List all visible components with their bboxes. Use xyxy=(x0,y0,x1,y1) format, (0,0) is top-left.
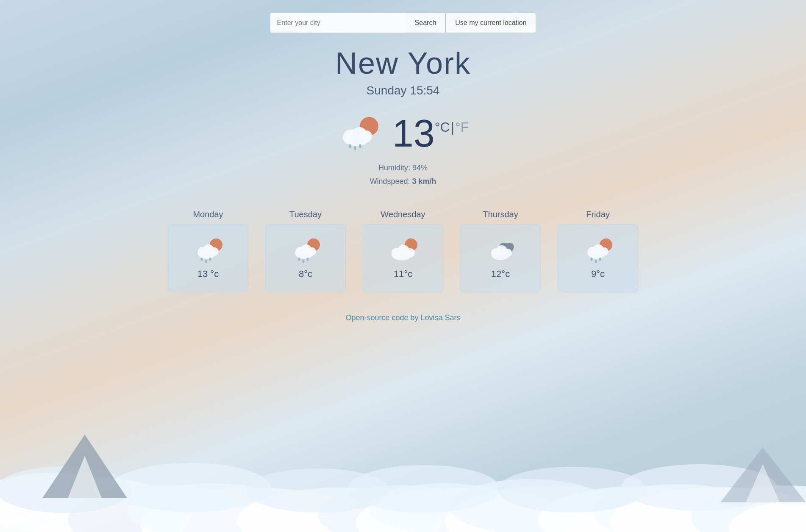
svg-marker-22 xyxy=(42,435,127,498)
svg-point-9 xyxy=(445,486,657,532)
svg-point-33 xyxy=(359,144,361,148)
svg-point-41 xyxy=(209,258,211,261)
svg-point-61 xyxy=(503,249,512,257)
forecast-day-name: Thursday xyxy=(483,210,518,219)
svg-point-16 xyxy=(0,466,131,513)
svg-point-0 xyxy=(0,477,191,532)
svg-point-30 xyxy=(360,130,372,142)
windspeed-value: 3 km/h xyxy=(412,177,436,186)
svg-point-21 xyxy=(621,464,778,511)
svg-point-32 xyxy=(354,146,356,150)
city-datetime: Sunday 15:54 xyxy=(367,84,440,97)
footer-text: Open-source code by Lovisa Sars xyxy=(345,313,460,322)
footer: Open-source code by Lovisa Sars xyxy=(345,313,460,322)
forecast-card: 8°c xyxy=(265,224,346,292)
svg-point-12 xyxy=(593,484,763,532)
forecast-weather-icon xyxy=(583,237,613,263)
unit-celsius[interactable]: °C xyxy=(435,119,450,135)
forecast-weather-icon xyxy=(193,237,223,263)
weather-details: Humidity: 94% Windspeed: 3 km/h xyxy=(370,161,436,188)
forecast-day-wednesday: Wednesday 11°c xyxy=(354,210,452,292)
svg-point-2 xyxy=(68,485,254,532)
forecast-day-friday: Friday 9°c xyxy=(549,210,647,292)
svg-point-38 xyxy=(210,247,219,256)
clouds-background xyxy=(0,371,806,532)
humidity-value: 94% xyxy=(412,163,428,172)
forecast-day-name: Tuesday xyxy=(289,210,322,219)
svg-point-31 xyxy=(349,144,351,148)
forecast-temperature: 9°c xyxy=(591,269,605,280)
svg-point-69 xyxy=(599,258,601,261)
temperature-value: 13 xyxy=(392,114,435,152)
search-bar: Search Use my current location xyxy=(270,13,536,33)
forecast-day-monday: Monday 13 °c xyxy=(159,210,257,292)
forecast-temperature: 11°c xyxy=(394,269,412,280)
forecast-card: 11°c xyxy=(363,224,443,292)
forecast-weather-icon xyxy=(486,237,515,263)
forecast-section: Monday 13 °c Tuesday xyxy=(159,210,647,292)
svg-marker-25 xyxy=(746,464,780,502)
search-button[interactable]: Search xyxy=(406,13,446,33)
svg-point-47 xyxy=(298,258,300,261)
svg-point-11 xyxy=(538,486,733,532)
current-weather-icon xyxy=(337,114,380,152)
forecast-weather-icon xyxy=(291,237,320,263)
svg-point-10 xyxy=(449,479,610,532)
forecast-card: 13 °c xyxy=(168,224,248,292)
forecast-day-thursday: Thursday 12°c xyxy=(452,210,549,292)
city-name: New York xyxy=(335,46,471,80)
humidity-row: Humidity: 94% xyxy=(370,161,436,175)
location-button[interactable]: Use my current location xyxy=(445,13,536,33)
svg-point-3 xyxy=(140,488,369,532)
windspeed-label: Windspeed: xyxy=(370,177,410,186)
footer-author: by Lovisa Sars xyxy=(411,313,461,322)
svg-point-4 xyxy=(127,483,297,532)
svg-point-15 xyxy=(729,500,806,532)
svg-point-66 xyxy=(600,247,609,256)
svg-point-17 xyxy=(110,463,271,512)
svg-point-48 xyxy=(303,260,305,263)
forecast-card: 12°c xyxy=(460,224,541,292)
unit-separator: | xyxy=(451,119,454,135)
forecast-weather-icon xyxy=(388,237,418,263)
main-content: Search Use my current location New York … xyxy=(0,0,806,322)
svg-point-13 xyxy=(610,487,806,532)
temperature-section: 13 °C | °F xyxy=(392,114,469,152)
svg-point-54 xyxy=(406,248,415,258)
svg-point-40 xyxy=(205,260,207,263)
forecast-day-name: Monday xyxy=(193,210,223,219)
forecast-day-name: Friday xyxy=(586,210,610,219)
svg-point-14 xyxy=(691,485,806,532)
windspeed-row: Windspeed: 3 km/h xyxy=(370,175,436,188)
svg-marker-23 xyxy=(68,456,102,498)
forecast-temperature: 8°c xyxy=(299,269,312,280)
forecast-card: 9°c xyxy=(558,224,638,292)
svg-point-49 xyxy=(307,258,309,261)
forecast-day-name: Wednesday xyxy=(381,210,425,219)
svg-point-8 xyxy=(369,483,521,532)
unit-fahrenheit[interactable]: °F xyxy=(455,119,469,135)
svg-point-18 xyxy=(246,468,390,513)
svg-point-68 xyxy=(595,260,597,263)
search-input[interactable] xyxy=(270,13,406,33)
svg-point-5 xyxy=(237,488,441,532)
humidity-label: Humidity: xyxy=(378,163,410,172)
svg-point-67 xyxy=(591,258,593,261)
svg-point-6 xyxy=(318,485,487,532)
forecast-temperature: 12°c xyxy=(491,269,510,280)
svg-marker-24 xyxy=(720,447,806,502)
forecast-temperature: 13 °c xyxy=(197,269,219,280)
svg-point-19 xyxy=(347,465,500,513)
svg-point-46 xyxy=(308,247,316,256)
current-weather-section: 13 °C | °F xyxy=(337,114,469,152)
svg-point-39 xyxy=(201,258,203,261)
svg-point-1 xyxy=(0,473,127,532)
forecast-day-tuesday: Tuesday 8°c xyxy=(257,210,354,292)
svg-point-20 xyxy=(498,467,646,513)
svg-point-7 xyxy=(356,488,576,532)
footer-link[interactable]: Open-source code xyxy=(345,313,408,322)
